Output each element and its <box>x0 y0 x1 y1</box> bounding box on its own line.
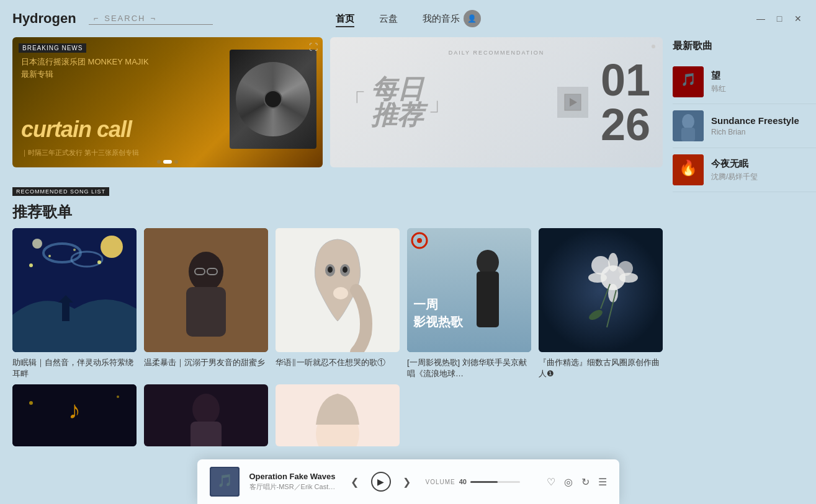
song-item-3[interactable]: 🔥 今夜无眠 沈腾/易烊千玺 ▷ <box>673 148 816 192</box>
playlist-item-2[interactable]: 温柔暴击｜沉溺于男友音的甜蜜乡 <box>144 228 268 379</box>
main-nav: 首页 云盘 我的音乐 👤 <box>336 10 481 27</box>
next-button[interactable]: ❯ <box>398 473 416 490</box>
thumb-item-1[interactable]: ♪ <box>12 384 137 446</box>
playlist-cover-2 <box>144 228 268 352</box>
svg-point-15 <box>189 252 223 291</box>
svg-text:♪: ♪ <box>68 396 81 423</box>
breaking-news-badge: BREAKING NEWS <box>19 43 86 53</box>
song-title-2: Sundance Freestyle <box>711 115 816 126</box>
svg-point-44 <box>29 401 33 405</box>
svg-point-27 <box>477 250 499 275</box>
banner-dot <box>174 160 178 164</box>
song-cover-2 <box>673 110 704 141</box>
section-header: RECOMMENDED SONG LIST <box>12 187 663 196</box>
svg-rect-26 <box>407 228 531 352</box>
player-artist: 客厅唱片-MSR／Erik Castro／David… <box>249 482 336 492</box>
playlist-name-3: 华语‖一听就忍不住想哭的歌① <box>276 357 400 368</box>
song-cover-1: 🎵 <box>673 66 704 97</box>
daily-play-icon[interactable] <box>557 87 588 118</box>
movie-overlay-text: 一周 影视热歌 <box>413 296 463 330</box>
banner-dot <box>157 160 161 164</box>
playlist-cover-1 <box>12 228 137 352</box>
favorite-button[interactable]: ♡ <box>547 476 555 488</box>
playlist-cover-4: 一周 影视热歌 <box>407 228 531 352</box>
user-avatar[interactable]: 👤 <box>464 10 481 27</box>
svg-point-30 <box>417 238 422 243</box>
minimize-button[interactable]: — <box>755 13 766 24</box>
header: Hydrogen ⌐ SEARCH ¬ 首页 云盘 我的音乐 👤 — □ ✕ <box>0 0 816 37</box>
main-banner[interactable]: BREAKING NEWS 日本流行摇滚乐团 MONKEY MAJIK 最新专辑… <box>12 37 323 167</box>
nav-mymusic[interactable]: 我的音乐 👤 <box>423 10 481 27</box>
repeat-button[interactable]: ↻ <box>581 476 590 488</box>
nav-cloud[interactable]: 云盘 <box>379 13 398 25</box>
banner-album-art <box>230 50 316 149</box>
volume-value: 40 <box>459 478 467 485</box>
thumb-item-3[interactable] <box>276 384 400 446</box>
svg-point-35 <box>608 253 618 272</box>
svg-point-33 <box>591 256 610 275</box>
svg-rect-31 <box>539 228 663 352</box>
maximize-button[interactable]: □ <box>774 13 785 24</box>
playlist-item-3[interactable]: 华语‖一听就忍不住想哭的歌① <box>276 228 400 379</box>
thumb-item-2[interactable] <box>144 384 268 446</box>
song-item-1[interactable]: 🎵 望 韩红 ▷ <box>673 60 816 104</box>
svg-point-11 <box>73 249 76 251</box>
svg-point-3 <box>101 236 123 258</box>
daily-recommendation[interactable]: DAILY RECOMMENDATION 「 每日 推荐 」 <box>330 37 663 167</box>
song-info-1: 望 韩红 <box>711 70 816 94</box>
expand-icon[interactable]: ⛶ <box>309 42 318 52</box>
svg-text:🎵: 🎵 <box>217 473 232 488</box>
playlist-item-1[interactable]: 助眠辑｜自然音，伴灵动乐符萦绕耳畔 <box>12 228 137 379</box>
prev-button[interactable]: ❮ <box>346 473 364 490</box>
playlist-item-5[interactable]: 『曲作精选』细数古风圈原创作曲人❶ <box>539 228 663 379</box>
song-item-2[interactable]: Sundance Freestyle Rich Brian ▷ <box>673 104 816 148</box>
song-info-2: Sundance Freestyle Rich Brian <box>711 115 816 136</box>
second-row-thumbnails: ♪ <box>12 384 663 446</box>
volume-bar[interactable] <box>470 481 520 483</box>
song-cover-3: 🔥 <box>673 154 704 185</box>
daily-month: 26 <box>601 102 650 147</box>
bracket-open: 「 <box>343 91 366 114</box>
song-title-3: 今夜无眠 <box>711 158 816 170</box>
window-controls: — □ ✕ <box>755 13 804 24</box>
close-button[interactable]: ✕ <box>792 13 804 24</box>
player-info: Operation Fake Waves 客厅唱片-MSR／Erik Castr… <box>249 472 336 492</box>
play-button[interactable]: ▶ <box>371 472 391 492</box>
svg-text:🎵: 🎵 <box>681 72 696 87</box>
player-bar: 🎵 Operation Fake Waves 客厅唱片-MSR／Erik Cas… <box>197 459 619 504</box>
search-bracket-left: ⌐ <box>94 14 100 23</box>
volume-section: VOLUME 40 <box>426 478 520 485</box>
svg-rect-28 <box>477 272 499 327</box>
search-area[interactable]: ⌐ SEARCH ¬ <box>89 12 213 25</box>
svg-point-54 <box>682 114 694 129</box>
volume-fill <box>470 481 498 483</box>
svg-point-38 <box>619 273 638 283</box>
nav-home[interactable]: 首页 <box>336 13 354 25</box>
section-title: 推荐歌单 <box>12 202 663 222</box>
svg-point-4 <box>32 239 42 249</box>
player-title: Operation Fake Waves <box>249 472 336 481</box>
svg-rect-55 <box>681 128 695 141</box>
playlist-item-4[interactable]: 一周 影视热歌 [一周影视热歌] 刘德华联手吴京献唱《流浪地球… <box>407 228 531 379</box>
banner-line1: 日本流行摇滚乐团 MONKEY MAJIK <box>21 56 149 68</box>
daily-text-2: 推荐 <box>371 102 423 128</box>
sidebar: 最新歌曲 🎵 望 韩红 ▷ <box>673 37 816 504</box>
content-area: BREAKING NEWS 日本流行摇滚乐团 MONKEY MAJIK 最新专辑… <box>12 37 663 504</box>
daily-text-1: 每日 <box>371 76 423 102</box>
song-title-1: 望 <box>711 70 816 82</box>
search-label[interactable]: SEARCH <box>104 14 145 23</box>
banner-sub: ｜时隔三年正式发行 第十三张原创专辑 <box>21 148 139 157</box>
banner-subtitle-text: 日本流行摇滚乐团 MONKEY MAJIK 最新专辑 <box>21 56 149 80</box>
album-disc <box>236 62 310 136</box>
svg-point-23 <box>328 267 333 273</box>
bracket-close: 」 <box>428 91 452 114</box>
song-artist-1: 韩红 <box>711 84 816 94</box>
volume-label: VOLUME <box>426 479 455 485</box>
album-disc-center <box>264 90 282 108</box>
queue-button[interactable]: ☰ <box>598 476 607 488</box>
svg-rect-7 <box>62 303 69 321</box>
vinyl-icon[interactable]: ◎ <box>564 476 573 488</box>
svg-point-25 <box>333 287 348 299</box>
playlist-name-2: 温柔暴击｜沉溺于男友音的甜蜜乡 <box>144 357 268 368</box>
daily-dot <box>652 45 655 48</box>
